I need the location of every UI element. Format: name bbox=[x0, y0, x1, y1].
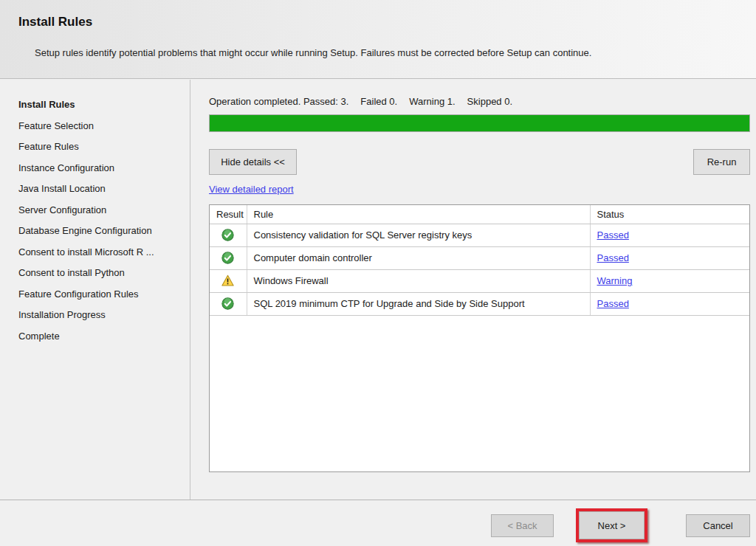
status-failed: Failed 0. bbox=[360, 96, 397, 107]
sidebar-item-consent-microsoft-r[interactable]: Consent to install Microsoft R ... bbox=[0, 242, 190, 263]
status-link[interactable]: Warning bbox=[597, 275, 633, 286]
sidebar-item-feature-rules[interactable]: Feature Rules bbox=[0, 136, 190, 158]
red-annotation-box: Next > bbox=[576, 508, 647, 542]
rules-table: Result Rule Status Consistency validatio… bbox=[210, 205, 749, 316]
table-row: Consistency validation for SQL Server re… bbox=[210, 224, 749, 246]
rerun-button[interactable]: Re-run bbox=[693, 149, 750, 175]
sidebar-item-installation-progress[interactable]: Installation Progress bbox=[0, 305, 190, 326]
next-button[interactable]: Next > bbox=[579, 511, 645, 539]
rule-name: SQL 2019 minimum CTP for Upgrade and Sid… bbox=[247, 292, 590, 315]
sidebar-item-feature-selection[interactable]: Feature Selection bbox=[0, 116, 190, 137]
sidebar-item-server-configuration[interactable]: Server Configuration bbox=[0, 200, 190, 221]
hide-details-button[interactable]: Hide details << bbox=[209, 149, 297, 175]
sidebar-item-consent-python[interactable]: Consent to install Python bbox=[0, 263, 190, 284]
wizard-step-list: Install Rules Feature Selection Feature … bbox=[0, 94, 190, 347]
table-row: Windows Firewall Warning bbox=[210, 269, 749, 292]
rules-table-container: Result Rule Status Consistency validatio… bbox=[209, 204, 750, 472]
rule-name: Consistency validation for SQL Server re… bbox=[247, 224, 590, 246]
operation-status-line: Operation completed. Passed: 3.Failed 0.… bbox=[209, 96, 750, 107]
page-description: Setup rules identify potential problems … bbox=[35, 46, 614, 61]
status-operation-passed: Operation completed. Passed: 3. bbox=[209, 96, 348, 107]
sidebar-item-database-engine-configuration[interactable]: Database Engine Configuration bbox=[0, 221, 190, 242]
sidebar-item-feature-configuration-rules[interactable]: Feature Configuration Rules bbox=[0, 284, 190, 305]
table-row: SQL 2019 minimum CTP for Upgrade and Sid… bbox=[210, 292, 749, 315]
warning-icon bbox=[221, 274, 234, 287]
sidebar-item-complete[interactable]: Complete bbox=[0, 326, 190, 348]
table-header-row: Result Rule Status bbox=[210, 205, 749, 224]
progress-fill bbox=[210, 115, 749, 131]
sidebar-item-java-install-location[interactable]: Java Install Location bbox=[0, 179, 190, 200]
wizard-steps-sidebar: Install Rules Feature Selection Feature … bbox=[0, 80, 190, 500]
back-button[interactable]: < Back bbox=[491, 514, 554, 537]
sidebar-item-instance-configuration[interactable]: Instance Configuration bbox=[0, 158, 190, 179]
page-title: Install Rules bbox=[18, 15, 92, 30]
view-detailed-report-link[interactable]: View detailed report bbox=[209, 184, 294, 195]
status-link[interactable]: Passed bbox=[597, 252, 629, 263]
page-header: Install Rules Setup rules identify poten… bbox=[0, 0, 756, 79]
details-toolbar: Hide details << Re-run bbox=[209, 149, 750, 175]
setup-wizard-window: { "header": { "title": "Install Rules", … bbox=[0, 0, 756, 546]
main-panel: Operation completed. Passed: 3.Failed 0.… bbox=[191, 80, 756, 500]
status-link[interactable]: Passed bbox=[597, 229, 629, 241]
column-header-rule[interactable]: Rule bbox=[247, 205, 590, 224]
wizard-footer: < Back Next > Cancel bbox=[0, 500, 756, 546]
progress-bar bbox=[209, 114, 750, 132]
status-warning: Warning 1. bbox=[409, 96, 455, 107]
rule-name: Windows Firewall bbox=[247, 269, 590, 292]
passed-icon bbox=[221, 297, 234, 310]
sidebar-item-install-rules[interactable]: Install Rules bbox=[0, 94, 190, 116]
column-header-result[interactable]: Result bbox=[210, 205, 247, 224]
passed-icon bbox=[221, 229, 234, 241]
cancel-button[interactable]: Cancel bbox=[686, 514, 750, 537]
column-header-status[interactable]: Status bbox=[590, 205, 749, 224]
table-row: Computer domain controller Passed bbox=[210, 246, 749, 269]
status-link[interactable]: Passed bbox=[597, 298, 629, 309]
rule-name: Computer domain controller bbox=[247, 246, 590, 269]
passed-icon bbox=[221, 252, 234, 264]
status-skipped: Skipped 0. bbox=[467, 96, 512, 107]
